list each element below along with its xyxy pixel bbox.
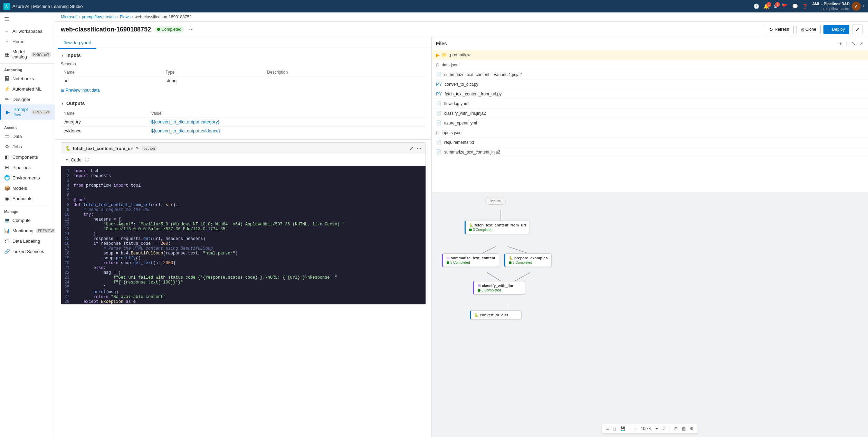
more-options-btn[interactable]: ⋯ bbox=[417, 146, 421, 151]
grid-view-btn[interactable]: ⊞ bbox=[673, 426, 679, 432]
edit-icon: ✎ bbox=[136, 146, 139, 151]
file-item-summarize-jinja[interactable]: 📄 summarize_text_content.jinja2 bbox=[432, 147, 868, 157]
node-summarize[interactable]: ⊞ summarize_text_content 3 Completed bbox=[442, 253, 499, 267]
outputs-section: ▼ Outputs Name Value bbox=[55, 97, 431, 140]
flow-tool-3[interactable]: 💾 bbox=[619, 426, 627, 432]
mini-map-btn[interactable]: ▦ bbox=[680, 426, 687, 432]
deploy-button[interactable]: ↑ Deploy bbox=[823, 25, 849, 34]
add-file-btn[interactable]: + bbox=[839, 40, 843, 47]
file-item-requirements[interactable]: 📄 requirements.txt bbox=[432, 138, 868, 147]
zoom-in-btn[interactable]: + bbox=[654, 426, 659, 432]
input-type: string bbox=[163, 76, 264, 85]
tab-flow-dag[interactable]: flow.dag.yaml bbox=[58, 37, 96, 49]
sidebar-item-linked-services[interactable]: 🔗 Linked Services bbox=[0, 246, 55, 257]
sidebar-item-automated-ml[interactable]: ⚡ Automated ML bbox=[0, 84, 55, 94]
refresh-button[interactable]: ↻ Refresh bbox=[765, 25, 794, 34]
python-node-icon-2: 🐍 bbox=[509, 256, 513, 260]
file-item-summarize-variant[interactable]: 📄 summarize_text_content__variant_1.jinj… bbox=[432, 70, 868, 80]
file-item-fetch-text[interactable]: PY fetch_text_content_from_url.py bbox=[432, 89, 868, 99]
flow-tool-2[interactable]: ◻ bbox=[611, 426, 618, 432]
node-fetch-text[interactable]: 🐍 fetch_text_content_from_url 3 Complete… bbox=[465, 221, 530, 234]
sidebar-item-models[interactable]: 📦 Models bbox=[0, 183, 55, 193]
flow-tool-1[interactable]: ≡ bbox=[605, 426, 610, 432]
code-line-21: 21 else: bbox=[61, 266, 426, 270]
file-item-azure-openai[interactable]: 📄 azure_openai.yml bbox=[432, 118, 868, 128]
outputs-section-header[interactable]: ▼ Outputs bbox=[55, 97, 431, 110]
sidebar-item-data[interactable]: 🗃 Data bbox=[0, 131, 55, 141]
preview-input-link[interactable]: ⊞ Preview input data bbox=[61, 88, 426, 93]
language-badge: python bbox=[142, 146, 157, 151]
txt-file-icon: 📄 bbox=[436, 140, 441, 145]
inputs-table: Name Type Description url string bbox=[61, 68, 426, 85]
clone-button[interactable]: ⎘ Clone bbox=[797, 25, 821, 34]
col-type: Type bbox=[163, 68, 264, 76]
clock-icon[interactable]: 🕐 bbox=[753, 3, 759, 9]
sidebar-item-model-catalog[interactable]: ▦ Model catalog PREVIEW bbox=[0, 47, 55, 62]
sidebar-item-prompt-flow[interactable]: ▶ Prompt flow PREVIEW bbox=[0, 104, 55, 120]
file-name: flow.dag.yaml bbox=[444, 101, 469, 106]
llm-node-icon-2: ⊞ bbox=[478, 284, 480, 288]
code-line-11: 11 headers = { bbox=[61, 217, 426, 222]
flag-icon[interactable]: 🚩 bbox=[782, 3, 788, 9]
breadcrumb-flows[interactable]: Flows bbox=[120, 15, 131, 19]
sidebar-item-compute[interactable]: 💻 Compute bbox=[0, 215, 55, 225]
clone-icon: ⎘ bbox=[801, 27, 804, 32]
designer-icon: ✏ bbox=[4, 96, 10, 102]
gear-icon[interactable]: ⚙1 bbox=[773, 3, 778, 9]
breadcrumb-workspace[interactable]: promptflow-eastus bbox=[82, 15, 116, 19]
user-menu[interactable]: AML - Pipelines R&D promptflow-eastus A … bbox=[812, 1, 865, 11]
node-prepare-examples[interactable]: 🐍 prepare_examples 3 Completed bbox=[504, 253, 552, 267]
node-status: 3 Completed bbox=[509, 261, 548, 264]
expand-button[interactable]: ⤢ bbox=[852, 25, 862, 34]
expand-code-btn[interactable]: ⤢ bbox=[410, 146, 414, 151]
sidebar-item-jobs[interactable]: ⚙ Jobs bbox=[0, 141, 55, 152]
node-convert-dict[interactable]: 🐍 convert_to_dict bbox=[470, 310, 522, 319]
hamburger-menu[interactable]: ☰ bbox=[0, 12, 55, 26]
page-menu-icon[interactable]: ⋯ bbox=[189, 27, 194, 32]
file-item-classify-llm[interactable]: 📄 classify_with_llm.jinja2 bbox=[432, 109, 868, 118]
upload-file-btn[interactable]: ↑ bbox=[845, 40, 849, 47]
page-header: web-classification-1690188752 Completed … bbox=[55, 22, 868, 37]
input-name: url bbox=[61, 76, 163, 85]
pipelines-icon: ⊞ bbox=[4, 165, 10, 170]
file-item-flow-dag[interactable]: 📄 flow.dag.yaml bbox=[432, 99, 868, 109]
file-item-promptflow[interactable]: ▶ 📁 .promptflow bbox=[432, 50, 868, 60]
sidebar-item-components[interactable]: ◧ Components bbox=[0, 152, 55, 162]
file-item-convert-to-dict[interactable]: PY convert_to_dict.py bbox=[432, 80, 868, 89]
svg-line-4 bbox=[515, 272, 530, 281]
jinja2-file-icon-2: 📄 bbox=[436, 149, 441, 155]
yml-file-icon: 📄 bbox=[436, 120, 441, 125]
expand-files-btn[interactable]: ⤢ bbox=[858, 40, 864, 47]
sidebar-item-notebooks[interactable]: 📓 Notebooks bbox=[0, 73, 55, 84]
code-section-header[interactable]: ▼ Code ⓘ bbox=[61, 154, 426, 166]
collapse-files-btn[interactable]: ⤡ bbox=[851, 40, 856, 47]
breadcrumb: Microsoft › promptflow-eastus › Flows › … bbox=[55, 12, 868, 22]
schema-label: Schema bbox=[61, 62, 426, 66]
authoring-label: Authoring bbox=[0, 65, 55, 73]
code-line-10: 10 try: bbox=[61, 212, 426, 217]
bell-icon[interactable]: 🔔1 bbox=[763, 3, 769, 9]
file-item-inputs-json[interactable]: {} inputs.json bbox=[432, 128, 868, 138]
inputs-section-header[interactable]: ▼ Inputs bbox=[55, 49, 431, 62]
zoom-out-btn[interactable]: − bbox=[633, 426, 638, 432]
code-line-18: 18 soup = bs4.BeautifulSoup(response.tex… bbox=[61, 251, 426, 256]
sidebar-item-environments[interactable]: 🌐 Environments bbox=[0, 173, 55, 183]
chat-icon[interactable]: 💬 bbox=[792, 3, 798, 9]
code-actions: ⤢ ⋯ bbox=[410, 146, 421, 151]
file-item-data-jsonl[interactable]: {} data.jsonl bbox=[432, 60, 868, 70]
sidebar-item-all-workspaces[interactable]: ← All workspaces bbox=[0, 26, 55, 36]
breadcrumb-microsoft[interactable]: Microsoft bbox=[61, 15, 78, 19]
help-icon[interactable]: ❓ bbox=[802, 3, 808, 9]
sidebar-item-data-labeling[interactable]: 🏷 Data Labeling bbox=[0, 236, 55, 246]
python-node-icon-3: 🐍 bbox=[474, 313, 478, 317]
sidebar-item-home[interactable]: ⌂ Home bbox=[0, 36, 55, 47]
node-classify[interactable]: ⊞ classify_with_llm 3 Completed bbox=[473, 281, 525, 295]
sidebar-item-designer[interactable]: ✏ Designer bbox=[0, 94, 55, 104]
settings-btn[interactable]: ⚙ bbox=[688, 426, 695, 432]
file-name: convert_to_dict.py bbox=[445, 82, 478, 87]
fit-view-btn[interactable]: ⤢ bbox=[661, 426, 667, 432]
sidebar-item-pipelines[interactable]: ⊞ Pipelines bbox=[0, 162, 55, 173]
node-inputs[interactable]: inputs bbox=[485, 197, 506, 205]
sidebar-item-endpoints[interactable]: ◉ Endpoints bbox=[0, 193, 55, 204]
sidebar-item-monitoring[interactable]: 📊 Monitoring PREVIEW bbox=[0, 225, 55, 236]
